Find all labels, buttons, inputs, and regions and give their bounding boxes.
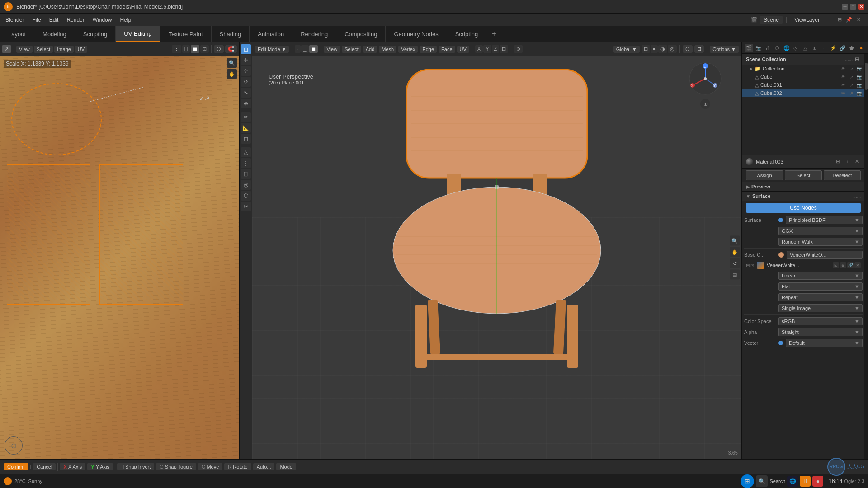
menu-edit[interactable]: Edit	[46, 15, 62, 24]
cube002-select-btn[interactable]: ↗	[848, 90, 854, 96]
vp-edge-menu[interactable]: Edge	[420, 46, 437, 53]
proportional-edit-icon[interactable]: ⊙	[514, 45, 523, 53]
viewport-overlay-icon[interactable]: ⬡	[683, 45, 693, 53]
tab-scripting[interactable]: Scripting	[447, 26, 487, 42]
tex-copy-btn[interactable]: ⊡	[833, 262, 839, 268]
cube-render-btn[interactable]: 📷	[856, 74, 863, 80]
color-space-dropdown[interactable]: sRGB ▼	[778, 317, 863, 325]
collection-vis-render[interactable]: 📷	[856, 66, 863, 72]
tab-shading[interactable]: Shading	[212, 26, 250, 42]
outliner-filter-icon[interactable]: ⊟	[853, 55, 861, 63]
tool-loop-cut[interactable]: ⋮	[241, 158, 251, 168]
taskbar-blender[interactable]: B	[800, 476, 811, 487]
vp-vertex-menu[interactable]: Vertex	[398, 46, 418, 53]
right-panel-scrollbar[interactable]	[864, 54, 868, 459]
collection-vis-eye[interactable]: 👁	[840, 66, 846, 72]
tool-cursor[interactable]: ✛	[241, 55, 251, 65]
maximize-btn[interactable]: □	[850, 4, 856, 10]
rp-scene-props-icon[interactable]: 🌐	[783, 44, 791, 52]
tool-select-box[interactable]: ◻	[241, 44, 251, 54]
mat-remove-btn[interactable]: ✕	[853, 158, 861, 166]
uv-snapping-btn[interactable]: 🧲	[225, 45, 237, 53]
rp-data-icon[interactable]: ⬟	[848, 44, 856, 52]
viewport-shading-dropdown[interactable]: Global ▼	[613, 46, 640, 53]
viewport-xray-icon[interactable]: ⊞	[694, 45, 704, 53]
y-axis-btn[interactable]: Y Y Axis	[87, 463, 113, 470]
scrollbar-thumb[interactable]	[865, 63, 868, 90]
surface-type-dropdown[interactable]: Principled BSDF ▼	[786, 216, 863, 224]
add-scene-icon[interactable]: +	[826, 16, 834, 24]
menu-blender[interactable]: Blender	[2, 15, 28, 24]
use-nodes-btn[interactable]: Use Nodes	[746, 203, 861, 213]
rp-view-layer-icon[interactable]: ⬡	[773, 44, 781, 52]
tex-link-btn[interactable]: 🔗	[847, 262, 854, 268]
uv-navigator[interactable]: ⊕	[5, 436, 23, 455]
tool-extrude[interactable]: ⬡	[241, 191, 251, 201]
vp-select-menu[interactable]: Select	[342, 46, 361, 53]
uv-view-btn[interactable]: View	[16, 46, 33, 53]
mirror-icon[interactable]: ⊡	[500, 45, 508, 53]
tab-layout[interactable]: Layout	[0, 26, 34, 42]
tab-modeling[interactable]: Modeling	[34, 26, 75, 42]
tab-texture-paint[interactable]: Texture Paint	[160, 26, 212, 42]
ggx-dropdown[interactable]: GGX ▼	[778, 227, 863, 235]
outliner-cube-item[interactable]: △ Cube 👁 ↗ 📷	[742, 73, 864, 81]
cancel-btn[interactable]: Cancel	[33, 463, 56, 470]
minimize-btn[interactable]: ─	[842, 4, 848, 10]
rendered-shading-icon[interactable]: ◎	[668, 45, 677, 53]
uv-edge-mode-icon[interactable]: ⎕	[182, 45, 190, 53]
vp-add-menu[interactable]: Add	[363, 46, 377, 53]
tab-uv-editing[interactable]: UV Editing	[116, 26, 160, 42]
rp-constraints-icon[interactable]: 🔗	[839, 44, 847, 52]
tool-add-cube[interactable]: ◻	[241, 134, 251, 144]
rp-material-icon[interactable]: ●	[857, 44, 865, 52]
snap-toggle-btn[interactable]: G Snap Toggle	[156, 463, 196, 470]
vp-zoom-btn[interactable]: 🔍	[730, 236, 740, 246]
x-constraint-icon[interactable]: X	[475, 45, 483, 53]
outliner-cube002-item[interactable]: △ Cube.002 👁 ↗ 📷	[742, 89, 864, 97]
repeat-dropdown[interactable]: Repeat ▼	[778, 293, 863, 301]
rp-modifiers-icon[interactable]: ⊕	[811, 44, 819, 52]
single-image-dropdown[interactable]: Single Image ▼	[778, 304, 863, 312]
rp-world-icon[interactable]: ◎	[792, 44, 800, 52]
cube002-vis-eye[interactable]: 👁	[840, 90, 846, 96]
cube-vis-eye[interactable]: 👁	[840, 74, 846, 80]
scene-name[interactable]: Scene	[760, 16, 783, 24]
uv-select-mode-btn[interactable]: ↗	[2, 45, 11, 53]
mat-add-btn[interactable]: +	[843, 158, 851, 166]
viewport-options-btn[interactable]: Options ▼	[710, 46, 739, 53]
snap-invert-btn[interactable]: ⎕ Snap Invert	[117, 463, 154, 470]
uv-canvas[interactable]: ↙↗ Scale X: 1.1339 Y: 1.1339 ⊕ 🔍 ✋	[0, 56, 239, 459]
mode-btn[interactable]: Mode	[276, 463, 296, 470]
viewport-mode-dropdown[interactable]: Edit Mode ▼	[255, 46, 289, 53]
tab-rendering[interactable]: Rendering	[292, 26, 336, 42]
perspective-toggle-btn[interactable]: ⊕	[700, 99, 710, 109]
surface-section-header[interactable]: ▼ Surface ......	[742, 192, 864, 201]
vp-uv-menu[interactable]: UV	[457, 46, 469, 53]
vp-rotate-view-btn[interactable]: ↺	[730, 258, 740, 268]
y-constraint-icon[interactable]: Y	[483, 45, 491, 53]
browse-scene-icon[interactable]: ⊟	[835, 16, 844, 24]
uv-image-btn[interactable]: Image	[54, 46, 74, 53]
face-select-icon[interactable]: ◼	[309, 45, 318, 53]
auto-mode-btn[interactable]: Auto...	[253, 463, 275, 470]
uv-zoom-in-btn[interactable]: 🔍	[227, 58, 237, 68]
vertex-select-icon[interactable]: ·	[295, 45, 301, 53]
tool-knife[interactable]: ✂	[241, 202, 251, 211]
vp-mesh-menu[interactable]: Mesh	[379, 46, 396, 53]
outliner-cube001-item[interactable]: △ Cube.001 👁 ↗ 📷	[742, 81, 864, 89]
tool-measure[interactable]: 📐	[241, 123, 251, 133]
base-color-dot[interactable]	[778, 252, 784, 258]
rp-object-icon[interactable]: △	[801, 44, 809, 52]
viewport-canvas[interactable]: User Perspective (207) Plane.001	[252, 56, 741, 459]
vector-dropdown[interactable]: Default ▼	[786, 339, 863, 347]
uv-face-mode-icon[interactable]: ◼	[191, 45, 199, 53]
vp-render-slot-btn[interactable]: ▤	[730, 270, 740, 280]
tool-annotate[interactable]: ✏	[241, 112, 251, 122]
cube002-render-btn[interactable]: 📷	[856, 90, 863, 96]
select-btn[interactable]: Select	[785, 170, 822, 180]
tool-transform[interactable]: ⊕	[241, 99, 251, 108]
z-constraint-icon[interactable]: Z	[492, 45, 500, 53]
random-walk-dropdown[interactable]: Random Walk ▼	[778, 238, 863, 246]
tab-add-btn[interactable]: +	[486, 26, 501, 42]
